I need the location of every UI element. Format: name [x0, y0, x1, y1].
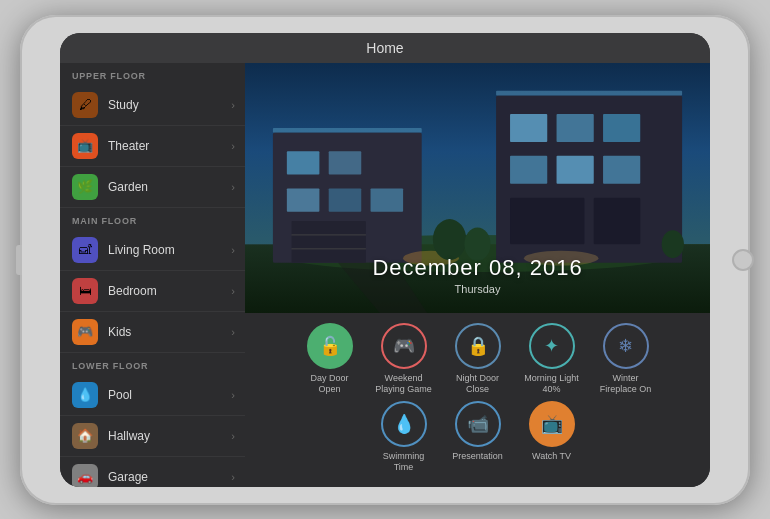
- day-door-open-button[interactable]: 🔓Day Door Open: [300, 323, 360, 395]
- house-background: December 08, 2016 Thursday: [245, 63, 710, 314]
- title-bar: Home: [60, 33, 710, 63]
- night-door-close-label: Night Door Close: [448, 373, 508, 395]
- svg-rect-20: [594, 197, 641, 244]
- winter-fireplace-button[interactable]: ❄Winter Fireplace On: [596, 323, 656, 395]
- svg-rect-6: [287, 188, 320, 211]
- room-icon: 🌿: [72, 174, 98, 200]
- activities-row-1: 🔓Day Door Open🎮Weekend Playing Game🔒Nigh…: [253, 323, 702, 395]
- sidebar: UPPER FLOOR🖊Study›📺Theater›🌿Garden›MAIN …: [60, 63, 245, 487]
- sidebar-item-label: Garage: [108, 470, 231, 484]
- chevron-right-icon: ›: [231, 285, 235, 297]
- sidebar-item[interactable]: 💧Pool›: [60, 375, 245, 416]
- sidebar-item-label: Garden: [108, 180, 231, 194]
- swimming-time-button[interactable]: 💧Swimming Time: [374, 401, 434, 473]
- room-icon: 📺: [72, 133, 98, 159]
- presentation-icon: 📹: [455, 401, 501, 447]
- svg-rect-16: [510, 155, 547, 183]
- section-label: MAIN FLOOR: [60, 208, 245, 230]
- volume-button[interactable]: [16, 245, 22, 275]
- svg-rect-17: [557, 155, 594, 183]
- svg-rect-26: [273, 127, 422, 132]
- room-icon: 🛏: [72, 278, 98, 304]
- svg-rect-5: [329, 151, 362, 174]
- date-display: December 08, 2016: [372, 255, 582, 281]
- watch-tv-label: Watch TV: [532, 451, 571, 462]
- sidebar-item[interactable]: 🛋Living Room›: [60, 230, 245, 271]
- swimming-time-label: Swimming Time: [374, 451, 434, 473]
- chevron-right-icon: ›: [231, 181, 235, 193]
- svg-rect-15: [603, 114, 640, 142]
- svg-rect-8: [371, 188, 404, 211]
- tablet-screen: Home UPPER FLOOR🖊Study›📺Theater›🌿Garden›…: [60, 33, 710, 487]
- presentation-label: Presentation: [452, 451, 503, 462]
- svg-rect-27: [496, 90, 682, 95]
- house-image: December 08, 2016 Thursday: [245, 63, 710, 314]
- sidebar-item-label: Pool: [108, 388, 231, 402]
- watch-tv-button[interactable]: 📺Watch TV: [522, 401, 582, 473]
- date-overlay: December 08, 2016 Thursday: [372, 255, 582, 295]
- sidebar-item[interactable]: 🖊Study›: [60, 85, 245, 126]
- weekend-playing-label: Weekend Playing Game: [374, 373, 434, 395]
- day-door-open-icon: 🔓: [307, 323, 353, 369]
- sidebar-item-label: Study: [108, 98, 231, 112]
- chevron-right-icon: ›: [231, 389, 235, 401]
- tablet-frame: Home UPPER FLOOR🖊Study›📺Theater›🌿Garden›…: [20, 15, 750, 505]
- morning-light-label: Morning Light 40%: [522, 373, 582, 395]
- svg-rect-13: [510, 114, 547, 142]
- night-door-close-icon: 🔒: [455, 323, 501, 369]
- sidebar-item-label: Bedroom: [108, 284, 231, 298]
- sidebar-item-label: Kids: [108, 325, 231, 339]
- chevron-right-icon: ›: [231, 244, 235, 256]
- sidebar-item-label: Hallway: [108, 429, 231, 443]
- sidebar-item[interactable]: 🚗Garage›: [60, 457, 245, 487]
- chevron-right-icon: ›: [231, 471, 235, 483]
- sidebar-item-label: Theater: [108, 139, 231, 153]
- chevron-right-icon: ›: [231, 430, 235, 442]
- sidebar-item[interactable]: 📺Theater›: [60, 126, 245, 167]
- content-area: December 08, 2016 Thursday 🔓Day Door Ope…: [245, 63, 710, 487]
- home-button[interactable]: [732, 249, 754, 271]
- section-label: UPPER FLOOR: [60, 63, 245, 85]
- winter-fireplace-label: Winter Fireplace On: [596, 373, 656, 395]
- morning-light-icon: ✦: [529, 323, 575, 369]
- morning-light-button[interactable]: ✦Morning Light 40%: [522, 323, 582, 395]
- sidebar-item[interactable]: 🎮Kids›: [60, 312, 245, 353]
- room-icon: 💧: [72, 382, 98, 408]
- day-door-open-label: Day Door Open: [300, 373, 360, 395]
- chevron-right-icon: ›: [231, 326, 235, 338]
- sidebar-item[interactable]: 🛏Bedroom›: [60, 271, 245, 312]
- activities-bar: 🔓Day Door Open🎮Weekend Playing Game🔒Nigh…: [245, 313, 710, 486]
- swimming-time-icon: 💧: [381, 401, 427, 447]
- svg-point-23: [433, 219, 466, 260]
- room-icon: 🎮: [72, 319, 98, 345]
- room-icon: 🛋: [72, 237, 98, 263]
- chevron-right-icon: ›: [231, 140, 235, 152]
- svg-rect-18: [603, 155, 640, 183]
- activities-row-2: 💧Swimming Time📹Presentation📺Watch TV: [253, 401, 702, 473]
- presentation-button[interactable]: 📹Presentation: [448, 401, 508, 473]
- room-icon: 🏠: [72, 423, 98, 449]
- weekend-playing-icon: 🎮: [381, 323, 427, 369]
- svg-rect-7: [329, 188, 362, 211]
- winter-fireplace-icon: ❄: [603, 323, 649, 369]
- svg-rect-9: [292, 220, 366, 262]
- svg-rect-14: [557, 114, 594, 142]
- room-icon: 🚗: [72, 464, 98, 487]
- sidebar-item[interactable]: 🌿Garden›: [60, 167, 245, 208]
- main-area: UPPER FLOOR🖊Study›📺Theater›🌿Garden›MAIN …: [60, 63, 710, 487]
- app-title: Home: [366, 40, 403, 56]
- svg-rect-19: [510, 197, 584, 244]
- sidebar-item[interactable]: 🏠Hallway›: [60, 416, 245, 457]
- room-icon: 🖊: [72, 92, 98, 118]
- night-door-close-button[interactable]: 🔒Night Door Close: [448, 323, 508, 395]
- chevron-right-icon: ›: [231, 99, 235, 111]
- svg-rect-4: [287, 151, 320, 174]
- sidebar-item-label: Living Room: [108, 243, 231, 257]
- weekend-playing-button[interactable]: 🎮Weekend Playing Game: [374, 323, 434, 395]
- watch-tv-icon: 📺: [529, 401, 575, 447]
- section-label: LOWER FLOOR: [60, 353, 245, 375]
- day-display: Thursday: [372, 283, 582, 295]
- svg-point-25: [662, 230, 684, 258]
